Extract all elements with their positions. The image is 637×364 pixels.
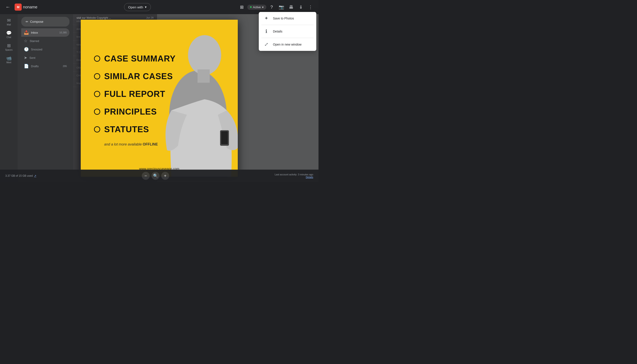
download-icon-button[interactable]: ⇓ <box>296 3 305 12</box>
gmail-icon: M <box>14 4 22 10</box>
dropdown-item-save-photos[interactable]: ✦ Save to Photos <box>259 12 316 25</box>
timeline-dot-5 <box>94 126 100 132</box>
topbar-left: ← M noname <box>4 3 38 12</box>
print-icon-button[interactable]: 🖶 <box>287 3 296 12</box>
save-photos-label: Save to Photos <box>273 16 294 20</box>
last-activity-info: Last account activity: 3 minutes ago Det… <box>275 173 313 178</box>
open-new-window-icon: ⤢ <box>263 42 270 47</box>
topbar-right: ⊞ Active ▾ ? 📷 🖶 ⇓ ⋮ <box>238 3 315 12</box>
back-button[interactable]: ← <box>4 3 12 12</box>
timeline-item-2: SIMILAR CASES <box>94 72 173 81</box>
timeline-dot-3 <box>94 91 100 97</box>
timeline-dot-2 <box>94 73 100 80</box>
timeline-item-5-wrap: STATUTES <box>94 121 176 138</box>
timeline-item-3: FULL REPORT <box>94 90 165 99</box>
timeline: CASE SUMMARY SIMILAR CASES FULL REPORT <box>94 50 176 138</box>
dropdown-item-details[interactable]: ℹ Details <box>259 25 316 38</box>
timeline-label-2: SIMILAR CASES <box>104 72 173 81</box>
timeline-dot-1 <box>94 56 100 62</box>
details-label: Details <box>273 30 282 33</box>
open-with-button[interactable]: Open with ▾ <box>124 3 151 11</box>
dropdown-menu: ✦ Save to Photos ℹ Details ⤢ Open in new… <box>259 12 316 51</box>
promo-tagline: and a lot more available OFFLINE <box>104 142 158 146</box>
open-new-window-label: Open in new window <box>273 43 302 46</box>
manage-storage-link[interactable]: ↗ <box>34 174 36 177</box>
timeline-dot-4 <box>94 108 100 115</box>
zoom-controls: − 🔍 + <box>142 172 169 180</box>
timeline-item-1: CASE SUMMARY <box>94 54 176 64</box>
zoom-out-button[interactable]: − <box>142 172 150 180</box>
details-link[interactable]: Details <box>306 176 313 178</box>
svg-rect-2 <box>198 70 210 83</box>
timeline-item-3-wrap: FULL REPORT <box>94 85 176 103</box>
dropdown-item-open-new-window[interactable]: ⤢ Open in new window <box>259 38 316 51</box>
grid-icon-button[interactable]: ⊞ <box>238 3 246 12</box>
timeline-label-3: FULL REPORT <box>104 90 165 99</box>
active-status-button[interactable]: Active ▾ <box>247 5 266 10</box>
zoom-icon-button[interactable]: 🔍 <box>152 172 160 180</box>
timeline-label-1: CASE SUMMARY <box>104 54 176 64</box>
timeline-label-4: PRINCIPLES <box>104 107 157 116</box>
help-icon-button[interactable]: ? <box>267 3 276 12</box>
active-label: Active <box>253 6 261 9</box>
timeline-item-5: STATUTES <box>94 125 149 134</box>
topbar-center: Open with ▾ <box>40 3 235 11</box>
storage-text: 3.37 GB of 15 GB used <box>5 174 33 177</box>
storage-info: 3.37 GB of 15 GB used ↗ <box>5 174 36 177</box>
promo-content: CASE SUMMARY SIMILAR CASES FULL REPORT <box>81 20 238 177</box>
bottom-toolbar: 3.37 GB of 15 GB used ↗ − 🔍 + Last accou… <box>0 170 318 182</box>
save-photos-icon: ✦ <box>263 16 270 21</box>
timeline-label-5: STATUTES <box>104 125 149 134</box>
more-options-button[interactable]: ⋮ <box>306 3 315 12</box>
offline-bold: OFFLINE <box>143 142 158 146</box>
dropdown-arrow-icon: ▾ <box>145 5 147 9</box>
timeline-item-4-wrap: PRINCIPLES <box>94 103 176 121</box>
timeline-item-4: PRINCIPLES <box>94 107 157 116</box>
timeline-item-1-wrap: CASE SUMMARY <box>94 50 176 68</box>
zoom-in-button[interactable]: + <box>161 172 169 180</box>
svg-rect-4 <box>221 131 228 144</box>
active-dot-icon <box>250 6 252 8</box>
timeline-item-2-wrap: SIMILAR CASES <box>94 68 176 85</box>
promo-image: CASE SUMMARY SIMILAR CASES FULL REPORT <box>81 20 238 177</box>
svg-point-1 <box>188 35 221 75</box>
last-activity-text: Last account activity: 3 minutes ago <box>275 173 313 176</box>
active-chevron-icon: ▾ <box>262 6 264 9</box>
details-icon: ℹ <box>263 28 270 34</box>
save-photos-icon-button[interactable]: 📷 <box>277 3 286 12</box>
open-with-label: Open with <box>128 5 143 9</box>
gmail-logo: M noname <box>14 4 38 10</box>
app-name: noname <box>23 5 38 10</box>
